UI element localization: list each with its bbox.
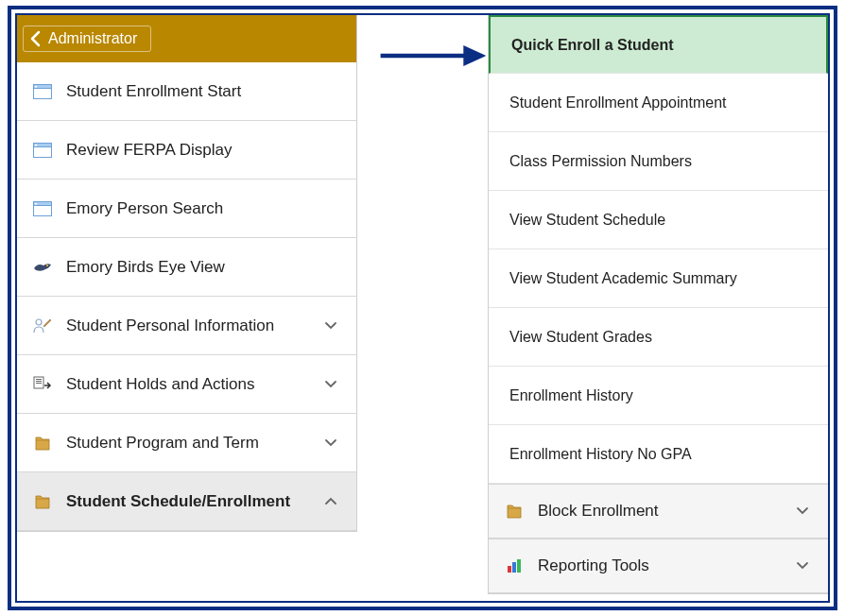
menu-item-student-program-and-term[interactable]: Student Program and Term: [17, 414, 356, 472]
menu-item-label: Student Schedule/Enrollment: [66, 492, 324, 511]
transfer-icon: [30, 374, 55, 395]
menu-item-emory-person-search[interactable]: Emory Person Search: [17, 180, 356, 238]
nav-header: Administrator: [17, 15, 356, 62]
sub-item-label: Class Permission Numbers: [509, 153, 692, 170]
sub-item-label: Quick Enroll a Student: [511, 37, 674, 54]
svg-rect-18: [517, 559, 521, 573]
svg-rect-17: [512, 562, 516, 573]
sub-item-view-student-schedule[interactable]: View Student Schedule: [489, 191, 828, 249]
chevron-down-icon: [324, 375, 343, 394]
arrow-indicator-icon: [376, 42, 490, 70]
sub-item-label: Enrollment History: [509, 387, 633, 404]
inner-frame: Administrator Student Enrollment Start R…: [15, 13, 830, 603]
svg-rect-13: [36, 381, 42, 382]
menu-item-label: Review FERPA Display: [66, 141, 343, 160]
chevron-down-icon: [796, 556, 815, 575]
folder-icon: [502, 501, 526, 522]
folder-item-reporting-tools[interactable]: Reporting Tools: [489, 539, 828, 593]
sub-item-enrollment-history-no-gpa[interactable]: Enrollment History No GPA: [489, 425, 828, 484]
menu-item-student-personal-information[interactable]: Student Personal Information: [17, 297, 356, 355]
menu-item-label: Emory Person Search: [66, 199, 343, 218]
chevron-down-icon: [324, 317, 343, 335]
sub-item-enrollment-history[interactable]: Enrollment History: [489, 367, 828, 425]
svg-rect-5: [35, 145, 37, 146]
svg-point-10: [36, 319, 42, 325]
left-menu-list: Student Enrollment Start Review FERPA Di…: [17, 62, 356, 531]
chevron-up-icon: [324, 492, 343, 511]
window-icon: [30, 198, 55, 219]
menu-item-label: Student Program and Term: [66, 434, 324, 453]
back-button-label: Administrator: [48, 30, 137, 47]
svg-rect-14: [36, 383, 42, 384]
left-nav-panel: Administrator Student Enrollment Start R…: [17, 15, 357, 532]
bird-icon: [30, 257, 55, 278]
chevron-down-icon: [796, 502, 815, 521]
person-edit-icon: [30, 316, 55, 336]
sub-item-quick-enroll-student[interactable]: Quick Enroll a Student: [489, 15, 828, 74]
menu-item-review-ferpa-display[interactable]: Review FERPA Display: [17, 121, 356, 180]
menu-item-student-holds-and-actions[interactable]: Student Holds and Actions: [17, 355, 356, 414]
back-button[interactable]: Administrator: [23, 26, 151, 52]
svg-point-9: [46, 265, 48, 266]
folder-icon: [30, 491, 55, 512]
svg-rect-12: [36, 379, 42, 380]
menu-item-student-enrollment-start[interactable]: Student Enrollment Start: [17, 62, 356, 121]
sub-item-label: Enrollment History No GPA: [509, 446, 692, 463]
sub-item-label: View Student Academic Summary: [509, 270, 737, 287]
chart-icon: [502, 556, 526, 576]
menu-item-label: Student Holds and Actions: [66, 375, 324, 394]
folder-item-label: Reporting Tools: [538, 556, 796, 575]
folder-item-block-enrollment[interactable]: Block Enrollment: [489, 484, 828, 539]
folder-item-label: Block Enrollment: [538, 502, 796, 521]
svg-rect-2: [35, 86, 37, 88]
menu-item-label: Student Enrollment Start: [66, 82, 343, 101]
menu-item-student-schedule-enrollment[interactable]: Student Schedule/Enrollment: [17, 472, 356, 531]
menu-item-emory-birds-eye-view[interactable]: Emory Birds Eye View: [17, 238, 356, 297]
sub-item-view-student-grades[interactable]: View Student Grades: [489, 308, 828, 367]
sub-item-label: View Student Schedule: [509, 212, 665, 229]
right-nav-panel: Quick Enroll a Student Student Enrollmen…: [488, 15, 828, 594]
sub-item-label: View Student Grades: [509, 329, 652, 346]
chevron-left-icon: [29, 30, 43, 47]
svg-rect-16: [508, 566, 511, 573]
sub-item-label: Student Enrollment Appointment: [509, 94, 726, 111]
sub-item-student-enrollment-appointment[interactable]: Student Enrollment Appointment: [489, 74, 828, 132]
window-icon: [30, 81, 55, 102]
sub-item-view-student-academic-summary[interactable]: View Student Academic Summary: [489, 249, 828, 308]
chevron-down-icon: [324, 434, 343, 453]
menu-item-label: Emory Birds Eye View: [66, 258, 343, 277]
outer-frame: Administrator Student Enrollment Start R…: [8, 6, 837, 610]
sub-item-class-permission-numbers[interactable]: Class Permission Numbers: [489, 132, 828, 191]
svg-rect-8: [35, 203, 37, 205]
folder-icon: [30, 433, 55, 453]
menu-item-label: Student Personal Information: [66, 317, 324, 335]
window-icon: [30, 140, 55, 161]
